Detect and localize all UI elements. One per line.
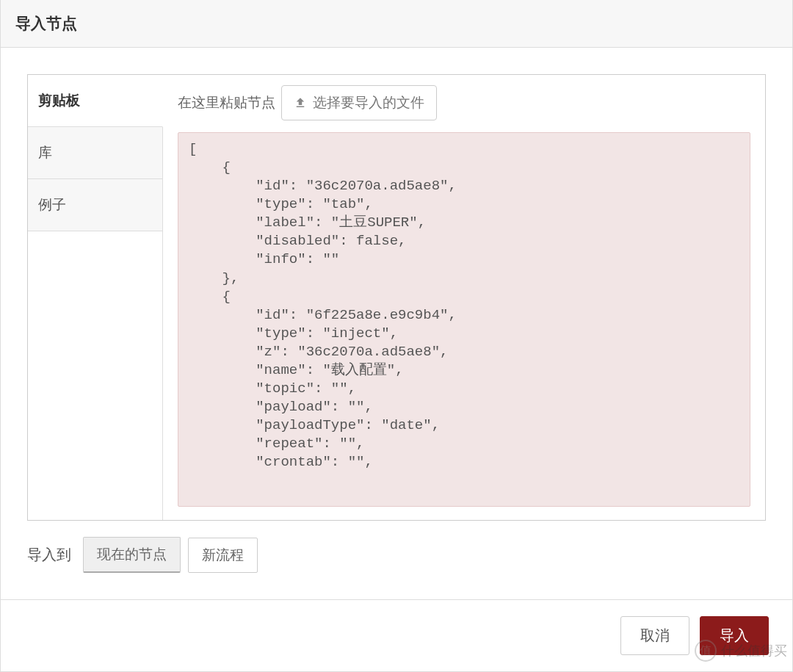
json-input[interactable] xyxy=(178,132,750,507)
main-panel: 剪贴板 库 例子 在这里粘贴节点 选择要导入的文件 xyxy=(27,74,766,521)
sidebar-spacer xyxy=(28,231,162,520)
import-to-current-button[interactable]: 现在的节点 xyxy=(83,537,181,573)
select-file-label: 选择要导入的文件 xyxy=(313,93,424,112)
import-dialog: 导入节点 剪贴板 库 例子 在这里粘贴节点 选择要导入的文件 xyxy=(0,0,793,672)
dialog-title: 导入节点 xyxy=(1,0,792,48)
sidebar: 剪贴板 库 例子 xyxy=(28,75,163,520)
cancel-button[interactable]: 取消 xyxy=(620,616,689,655)
select-file-button[interactable]: 选择要导入的文件 xyxy=(281,85,437,120)
import-button[interactable]: 导入 xyxy=(700,616,769,655)
upload-icon xyxy=(294,96,307,109)
sidebar-tab-library[interactable]: 库 xyxy=(28,127,162,179)
sidebar-tab-examples[interactable]: 例子 xyxy=(28,179,162,231)
dialog-body: 剪贴板 库 例子 在这里粘贴节点 选择要导入的文件 xyxy=(1,48,792,599)
content-header: 在这里粘贴节点 选择要导入的文件 xyxy=(178,85,750,120)
import-to-new-button[interactable]: 新流程 xyxy=(188,538,258,573)
import-to-row: 导入到 现在的节点 新流程 xyxy=(27,537,766,573)
content-area: 在这里粘贴节点 选择要导入的文件 xyxy=(163,75,765,520)
paste-hint: 在这里粘贴节点 xyxy=(178,93,275,112)
textarea-wrap xyxy=(178,132,750,507)
import-to-label: 导入到 xyxy=(27,545,71,565)
sidebar-tab-clipboard[interactable]: 剪贴板 xyxy=(28,75,163,127)
dialog-footer: 取消 导入 xyxy=(1,599,792,671)
